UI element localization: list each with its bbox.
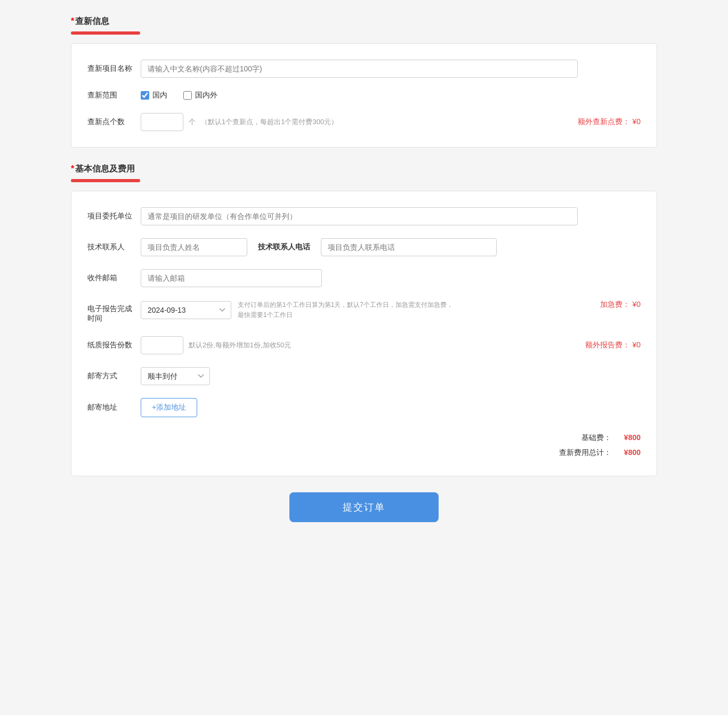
- section2-red-bar: [71, 179, 140, 182]
- required-star-2: *: [71, 164, 74, 173]
- scope-domestic-label: 国内: [152, 91, 167, 100]
- paper-copies-hint: 默认2份,每额外增加1份,加收50元: [189, 340, 291, 350]
- total-fee-value: ¥800: [624, 448, 641, 457]
- tech-contact-control: 技术联系人电话: [141, 238, 641, 256]
- points-control: 1 个 （默认1个查新点，每超出1个需付费300元）: [141, 113, 576, 131]
- email-input[interactable]: [141, 269, 322, 287]
- points-input[interactable]: 1: [141, 113, 183, 131]
- scope-international-checkbox[interactable]: [183, 91, 192, 100]
- extra-report-fee: 额外报告费：¥0: [583, 340, 641, 350]
- section2-card: 项目委托单位 技术联系人 技术联系人电话 收件邮箱: [71, 191, 657, 476]
- scope-domestic-item[interactable]: 国内: [141, 91, 167, 100]
- mail-address-row: 邮寄地址 +添加地址: [87, 398, 641, 417]
- email-label: 收件邮箱: [87, 273, 141, 283]
- section1-card: 查新项目名称 查新范围 国内 国内外: [71, 43, 657, 148]
- mail-method-control: 顺丰到付 顺丰到付（自付） EMS到付: [141, 367, 641, 385]
- points-hint: （默认1个查新点，每超出1个需付费300元）: [201, 117, 338, 127]
- paper-copies-label: 纸质报告份数: [87, 340, 141, 350]
- basic-fee-label: 基础费：: [581, 433, 611, 442]
- mail-method-select[interactable]: 顺丰到付 顺丰到付（自付） EMS到付: [141, 367, 210, 385]
- add-address-button[interactable]: +添加地址: [141, 398, 197, 417]
- report-date-select[interactable]: 2024-09-13: [141, 301, 231, 319]
- scope-international-item[interactable]: 国内外: [183, 91, 217, 100]
- commission-unit-input[interactable]: [141, 207, 578, 225]
- section1-title: *查新信息: [71, 16, 657, 27]
- scope-international-label: 国内外: [195, 91, 217, 100]
- tech-contact-phone-input[interactable]: [321, 238, 497, 256]
- email-control: [141, 269, 641, 287]
- commission-unit-label: 项目委托单位: [87, 212, 141, 221]
- project-name-control: [141, 60, 641, 78]
- points-unit: 个: [189, 117, 196, 127]
- submit-section: 提交订单: [71, 492, 657, 543]
- report-date-control: 2024-09-13 支付订单后的第1个工作日算为第1天，默认7个工作日，加急需…: [141, 300, 598, 320]
- project-name-row: 查新项目名称: [87, 60, 641, 78]
- tech-contact-name-input[interactable]: [141, 238, 247, 256]
- extra-points-fee: 额外查新点费：¥0: [576, 117, 641, 127]
- commission-unit-row: 项目委托单位: [87, 207, 641, 225]
- mail-method-row: 邮寄方式 顺丰到付 顺丰到付（自付） EMS到付: [87, 367, 641, 385]
- submit-button[interactable]: 提交订单: [289, 492, 439, 522]
- paper-copies-control: 2 默认2份,每额外增加1份,加收50元: [141, 336, 583, 354]
- tech-contact-row: 技术联系人 技术联系人电话: [87, 238, 641, 256]
- mail-address-label: 邮寄地址: [87, 403, 141, 412]
- email-row: 收件邮箱: [87, 269, 641, 287]
- report-date-hint: 支付订单后的第1个工作日算为第1天，默认7个工作日，加急需支付加急费， 最快需要…: [238, 300, 453, 320]
- tech-contact-fields: 技术联系人电话: [141, 238, 497, 256]
- section2-title: *基本信息及费用: [71, 164, 657, 175]
- page-container: *查新信息 查新项目名称 查新范围 国内 国内外: [71, 16, 657, 543]
- mail-address-control: +添加地址: [141, 398, 641, 417]
- scope-domestic-checkbox[interactable]: [141, 91, 149, 100]
- project-name-label: 查新项目名称: [87, 64, 141, 74]
- mail-method-label: 邮寄方式: [87, 371, 141, 381]
- basic-fee-value: ¥800: [624, 433, 641, 442]
- points-row: 查新点个数 1 个 （默认1个查新点，每超出1个需付费300元） 额外查新点费：…: [87, 113, 641, 131]
- required-star-1: *: [71, 17, 74, 26]
- urgent-fee: 加急费：¥0: [598, 300, 641, 310]
- commission-unit-control: [141, 207, 641, 225]
- tech-contact-label: 技术联系人: [87, 242, 141, 252]
- tech-phone-label: 技术联系人电话: [258, 242, 310, 252]
- total-fee-line: 查新费用总计： ¥800: [559, 445, 641, 460]
- total-fee-label: 查新费用总计：: [559, 448, 611, 457]
- scope-control: 国内 国内外: [141, 91, 641, 100]
- report-date-label: 电子报告完成时间: [87, 300, 141, 323]
- project-name-input[interactable]: [141, 60, 578, 78]
- paper-copies-row: 纸质报告份数 2 默认2份,每额外增加1份,加收50元 额外报告费：¥0: [87, 336, 641, 354]
- summary-row: 基础费： ¥800 查新费用总计： ¥800: [87, 430, 641, 460]
- paper-copies-input[interactable]: 2: [141, 336, 183, 354]
- basic-fee-line: 基础费： ¥800: [559, 430, 641, 445]
- scope-row: 查新范围 国内 国内外: [87, 91, 641, 100]
- report-date-row: 电子报告完成时间 2024-09-13 支付订单后的第1个工作日算为第1天，默认…: [87, 300, 641, 323]
- scope-checkbox-group: 国内 国内外: [141, 91, 217, 100]
- scope-label: 查新范围: [87, 91, 141, 100]
- section1-red-bar: [71, 31, 140, 35]
- summary-table: 基础费： ¥800 查新费用总计： ¥800: [559, 430, 641, 460]
- points-label: 查新点个数: [87, 117, 141, 127]
